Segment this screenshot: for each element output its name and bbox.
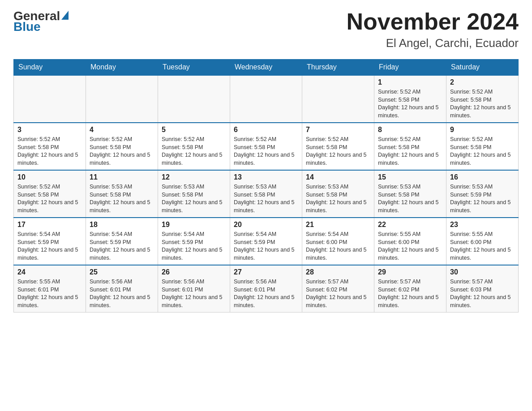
calendar-day-cell: 11Sunrise: 5:53 AM Sunset: 5:58 PM Dayli… [86, 170, 158, 218]
day-info: Sunrise: 5:54 AM Sunset: 5:59 PM Dayligh… [90, 231, 154, 262]
day-info: Sunrise: 5:53 AM Sunset: 5:58 PM Dayligh… [306, 183, 370, 214]
calendar-day-cell: 22Sunrise: 5:55 AM Sunset: 6:00 PM Dayli… [374, 218, 446, 265]
calendar-day-cell: 20Sunrise: 5:54 AM Sunset: 5:59 PM Dayli… [230, 218, 302, 265]
calendar-day-cell: 5Sunrise: 5:52 AM Sunset: 5:58 PM Daylig… [158, 123, 230, 170]
logo-blue-text: Blue [13, 20, 41, 34]
weekday-header-monday: Monday [86, 60, 158, 76]
day-info: Sunrise: 5:55 AM Sunset: 6:01 PM Dayligh… [17, 278, 82, 309]
day-number: 20 [234, 221, 298, 229]
day-info: Sunrise: 5:52 AM Sunset: 5:58 PM Dayligh… [450, 136, 515, 167]
day-number: 1 [378, 78, 442, 86]
calendar-day-cell: 28Sunrise: 5:57 AM Sunset: 6:02 PM Dayli… [302, 265, 374, 313]
day-number: 17 [17, 221, 82, 229]
day-number: 18 [90, 221, 154, 229]
day-info: Sunrise: 5:53 AM Sunset: 5:59 PM Dayligh… [450, 183, 515, 214]
calendar-day-cell: 9Sunrise: 5:52 AM Sunset: 5:58 PM Daylig… [446, 123, 519, 170]
day-number: 12 [162, 173, 226, 181]
calendar-week-row: 17Sunrise: 5:54 AM Sunset: 5:59 PM Dayli… [14, 218, 519, 265]
day-info: Sunrise: 5:57 AM Sunset: 6:03 PM Dayligh… [450, 278, 515, 309]
day-number: 2 [450, 78, 515, 86]
calendar-week-row: 10Sunrise: 5:52 AM Sunset: 5:58 PM Dayli… [14, 170, 519, 218]
day-info: Sunrise: 5:53 AM Sunset: 5:58 PM Dayligh… [162, 183, 226, 214]
day-info: Sunrise: 5:54 AM Sunset: 5:59 PM Dayligh… [17, 231, 82, 262]
day-info: Sunrise: 5:57 AM Sunset: 6:02 PM Dayligh… [306, 278, 370, 309]
day-info: Sunrise: 5:52 AM Sunset: 5:58 PM Dayligh… [378, 88, 442, 120]
calendar-day-cell [14, 75, 86, 123]
day-number: 3 [17, 126, 82, 134]
day-number: 7 [306, 126, 370, 134]
calendar-day-cell: 7Sunrise: 5:52 AM Sunset: 5:58 PM Daylig… [302, 123, 374, 170]
day-number: 11 [90, 173, 154, 181]
calendar-day-cell: 4Sunrise: 5:52 AM Sunset: 5:58 PM Daylig… [86, 123, 158, 170]
day-number: 26 [162, 268, 226, 276]
day-number: 6 [234, 126, 298, 134]
calendar-day-cell: 27Sunrise: 5:56 AM Sunset: 6:01 PM Dayli… [230, 265, 302, 313]
day-number: 13 [234, 173, 298, 181]
day-info: Sunrise: 5:53 AM Sunset: 5:58 PM Dayligh… [378, 183, 442, 214]
logo-triangle-icon [61, 11, 69, 20]
day-info: Sunrise: 5:52 AM Sunset: 5:58 PM Dayligh… [90, 136, 154, 167]
weekday-header-friday: Friday [374, 60, 446, 76]
day-number: 30 [450, 268, 515, 276]
day-info: Sunrise: 5:56 AM Sunset: 6:01 PM Dayligh… [90, 278, 154, 309]
day-number: 29 [378, 268, 442, 276]
calendar-day-cell: 29Sunrise: 5:57 AM Sunset: 6:02 PM Dayli… [374, 265, 446, 313]
title-block: November 2024 El Angel, Carchi, Ecuador [347, 9, 519, 50]
day-info: Sunrise: 5:54 AM Sunset: 5:59 PM Dayligh… [162, 231, 226, 262]
day-info: Sunrise: 5:52 AM Sunset: 5:58 PM Dayligh… [378, 136, 442, 167]
month-title: November 2024 [347, 9, 519, 34]
calendar-day-cell: 13Sunrise: 5:53 AM Sunset: 5:58 PM Dayli… [230, 170, 302, 218]
weekday-header-tuesday: Tuesday [158, 60, 230, 76]
calendar-table: SundayMondayTuesdayWednesdayThursdayFrid… [13, 59, 519, 313]
calendar-day-cell: 15Sunrise: 5:53 AM Sunset: 5:58 PM Dayli… [374, 170, 446, 218]
calendar-day-cell: 19Sunrise: 5:54 AM Sunset: 5:59 PM Dayli… [158, 218, 230, 265]
day-number: 23 [450, 221, 515, 229]
calendar-day-cell [158, 75, 230, 123]
calendar-header-row: SundayMondayTuesdayWednesdayThursdayFrid… [14, 60, 519, 76]
day-info: Sunrise: 5:54 AM Sunset: 5:59 PM Dayligh… [234, 231, 298, 262]
day-number: 22 [378, 221, 442, 229]
day-number: 19 [162, 221, 226, 229]
day-info: Sunrise: 5:55 AM Sunset: 6:00 PM Dayligh… [378, 231, 442, 262]
calendar-day-cell: 10Sunrise: 5:52 AM Sunset: 5:58 PM Dayli… [14, 170, 86, 218]
day-number: 9 [450, 126, 515, 134]
day-info: Sunrise: 5:56 AM Sunset: 6:01 PM Dayligh… [234, 278, 298, 309]
weekday-header-saturday: Saturday [446, 60, 519, 76]
day-info: Sunrise: 5:56 AM Sunset: 6:01 PM Dayligh… [162, 278, 226, 309]
day-number: 5 [162, 126, 226, 134]
day-info: Sunrise: 5:52 AM Sunset: 5:58 PM Dayligh… [17, 136, 82, 167]
day-number: 4 [90, 126, 154, 134]
day-number: 8 [378, 126, 442, 134]
calendar-day-cell: 25Sunrise: 5:56 AM Sunset: 6:01 PM Dayli… [86, 265, 158, 313]
day-info: Sunrise: 5:52 AM Sunset: 5:58 PM Dayligh… [17, 183, 82, 214]
day-info: Sunrise: 5:53 AM Sunset: 5:58 PM Dayligh… [90, 183, 154, 214]
day-info: Sunrise: 5:54 AM Sunset: 6:00 PM Dayligh… [306, 231, 370, 262]
calendar-day-cell: 16Sunrise: 5:53 AM Sunset: 5:59 PM Dayli… [446, 170, 519, 218]
day-info: Sunrise: 5:52 AM Sunset: 5:58 PM Dayligh… [234, 136, 298, 167]
day-number: 16 [450, 173, 515, 181]
calendar-day-cell: 23Sunrise: 5:55 AM Sunset: 6:00 PM Dayli… [446, 218, 519, 265]
weekday-header-thursday: Thursday [302, 60, 374, 76]
calendar-day-cell: 1Sunrise: 5:52 AM Sunset: 5:58 PM Daylig… [374, 75, 446, 123]
day-info: Sunrise: 5:52 AM Sunset: 5:58 PM Dayligh… [450, 88, 515, 120]
calendar-day-cell: 21Sunrise: 5:54 AM Sunset: 6:00 PM Dayli… [302, 218, 374, 265]
day-info: Sunrise: 5:55 AM Sunset: 6:00 PM Dayligh… [450, 231, 515, 262]
day-number: 14 [306, 173, 370, 181]
calendar-day-cell [86, 75, 158, 123]
calendar-day-cell: 14Sunrise: 5:53 AM Sunset: 5:58 PM Dayli… [302, 170, 374, 218]
calendar-day-cell [302, 75, 374, 123]
day-info: Sunrise: 5:57 AM Sunset: 6:02 PM Dayligh… [378, 278, 442, 309]
day-number: 27 [234, 268, 298, 276]
calendar-day-cell: 17Sunrise: 5:54 AM Sunset: 5:59 PM Dayli… [14, 218, 86, 265]
day-info: Sunrise: 5:52 AM Sunset: 5:58 PM Dayligh… [162, 136, 226, 167]
calendar-day-cell: 2Sunrise: 5:52 AM Sunset: 5:58 PM Daylig… [446, 75, 519, 123]
calendar-week-row: 3Sunrise: 5:52 AM Sunset: 5:58 PM Daylig… [14, 123, 519, 170]
day-number: 10 [17, 173, 82, 181]
day-number: 15 [378, 173, 442, 181]
day-info: Sunrise: 5:52 AM Sunset: 5:58 PM Dayligh… [306, 136, 370, 167]
weekday-header-wednesday: Wednesday [230, 60, 302, 76]
calendar-day-cell: 8Sunrise: 5:52 AM Sunset: 5:58 PM Daylig… [374, 123, 446, 170]
day-number: 25 [90, 268, 154, 276]
calendar-day-cell: 30Sunrise: 5:57 AM Sunset: 6:03 PM Dayli… [446, 265, 519, 313]
logo: General Blue [13, 9, 69, 34]
